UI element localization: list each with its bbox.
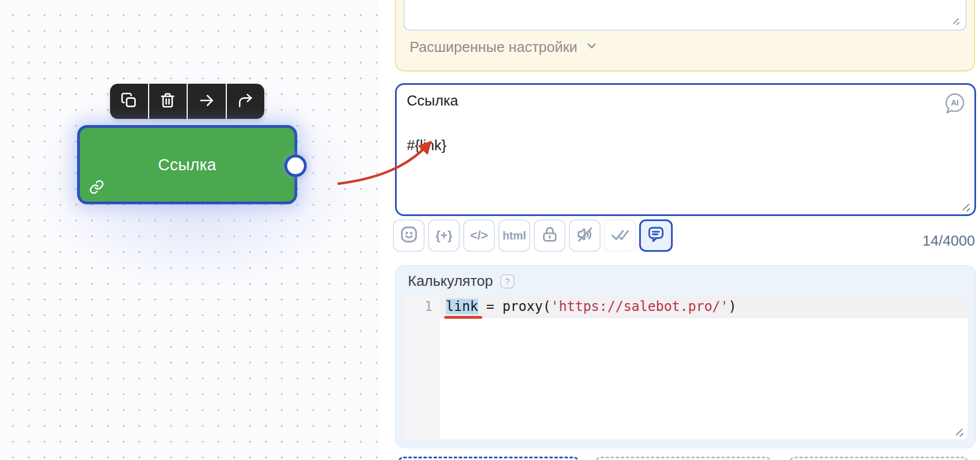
calculator-section: Калькулятор ? 1 link = proxy('https://sa… [395, 265, 976, 448]
link-icon [89, 179, 104, 195]
html-icon: html [502, 229, 526, 242]
resize-handle[interactable] [952, 17, 960, 25]
arrow-right-icon [198, 92, 215, 111]
line-number: 1 [403, 295, 432, 318]
trash-icon [159, 92, 176, 111]
ai-assistant-button[interactable]: AI [943, 92, 967, 115]
share-node-button[interactable] [226, 84, 265, 119]
chevron-down-icon [585, 39, 598, 55]
dashed-placeholder[interactable] [789, 457, 968, 460]
node-context-toolbar [110, 84, 264, 119]
comment-button[interactable] [639, 219, 673, 252]
code-token-plain: = proxy( [478, 299, 551, 314]
comment-icon [646, 225, 665, 246]
code-token-plain: ) [729, 299, 736, 314]
message-line-1: Ссылка [407, 92, 458, 109]
code-token-string: 'https://salebot.pro/' [551, 299, 729, 314]
share-icon [237, 92, 254, 111]
flow-editor-screen: Ссылка Расширенные настройки Ссылка #{li… [0, 0, 980, 460]
code-line-content: link = proxy('https://salebot.pro/') [446, 295, 736, 318]
advanced-settings-section: Расширенные настройки [395, 0, 975, 71]
read-status-button[interactable] [604, 219, 636, 252]
calculator-title: Калькулятор [408, 272, 493, 290]
copy-node-button[interactable] [110, 84, 148, 119]
emoji-button[interactable] [393, 219, 425, 252]
dashed-placeholder-primary[interactable] [398, 457, 579, 460]
advanced-settings-toggle[interactable]: Расширенные настройки [410, 38, 598, 56]
lock-button[interactable] [534, 219, 565, 252]
node-output-connector[interactable] [284, 155, 307, 177]
go-to-node-button[interactable] [187, 84, 226, 119]
secondary-textarea[interactable] [403, 0, 967, 31]
help-icon[interactable]: ? [500, 274, 515, 289]
calculator-code-editor[interactable]: 1 link = proxy('https://salebot.pro/') [403, 295, 968, 439]
message-text: Ссылка #{link} [407, 89, 935, 156]
resize-handle[interactable] [954, 427, 964, 437]
code-button[interactable]: </> [463, 219, 495, 252]
flow-node-link[interactable]: Ссылка [77, 125, 297, 204]
resize-handle[interactable] [961, 202, 971, 212]
double-check-icon [611, 225, 630, 246]
node-title: Ссылка [80, 128, 294, 202]
code-icon: </> [470, 228, 488, 243]
dashed-placeholder[interactable] [595, 457, 772, 460]
variables-icon: {+} [436, 228, 453, 243]
message-line-2: #{link} [407, 137, 446, 154]
mute-button[interactable] [569, 219, 601, 252]
calculator-header: Калькулятор ? [408, 272, 515, 290]
lock-icon [540, 225, 559, 246]
message-textarea[interactable]: Ссылка #{link} AI [395, 83, 976, 216]
flow-canvas[interactable]: Ссылка [0, 0, 379, 460]
delete-node-button[interactable] [148, 84, 187, 119]
copy-icon [121, 92, 137, 111]
html-button[interactable]: html [498, 219, 530, 252]
emoji-icon [399, 225, 418, 246]
settings-panel: Расширенные настройки Ссылка #{link} AI … [379, 0, 980, 460]
advanced-settings-label: Расширенные настройки [410, 39, 577, 56]
composer-toolbar: {+} </> html [393, 219, 673, 252]
char-counter: 14/4000 [922, 232, 975, 250]
insert-variable-button[interactable]: {+} [428, 219, 460, 252]
ai-icon: AI [943, 92, 967, 113]
code-token-selected: link [446, 299, 478, 314]
mute-icon [575, 225, 594, 246]
